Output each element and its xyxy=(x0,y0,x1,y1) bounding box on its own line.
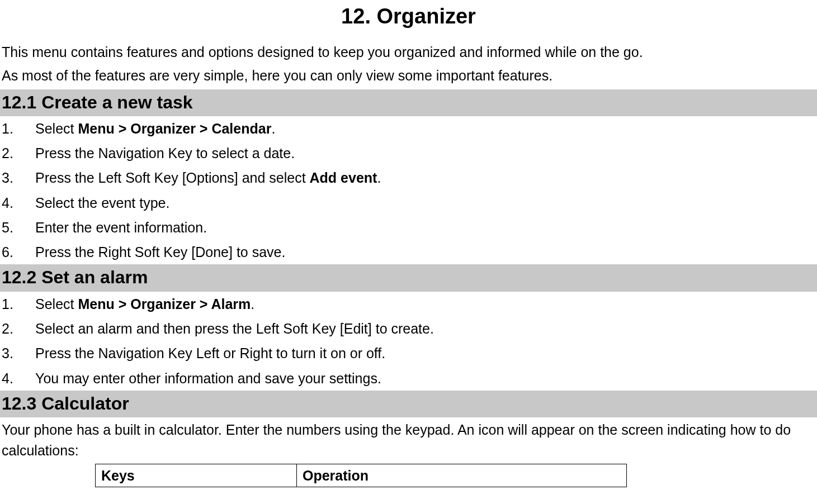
step-text: Press the Navigation Key Left or Right t… xyxy=(35,343,385,363)
list-item: Enter the event information. xyxy=(2,215,817,240)
step-text: Press the Navigation Key to select a dat… xyxy=(35,143,295,163)
list-item: Press the Right Soft Key [Done] to save. xyxy=(2,240,817,264)
step-text: You may enter other information and save… xyxy=(35,368,381,388)
table-header-operation: Operation xyxy=(297,464,627,487)
section-heading-calculator: 12.3 Calculator xyxy=(0,391,817,417)
table-header-row: Keys Operation xyxy=(96,464,627,487)
intro-paragraph-2: As most of the features are very simple,… xyxy=(0,65,817,89)
page-title: 12. Organizer xyxy=(0,0,817,42)
step-text: Select an alarm and then press the Left … xyxy=(35,318,434,339)
list-item: Press the Left Soft Key [Options] and se… xyxy=(2,165,817,190)
list-item: Select an alarm and then press the Left … xyxy=(2,316,817,341)
calculator-body: Your phone has a built in calculator. En… xyxy=(0,417,817,463)
step-text: Select Menu > Organizer > Alarm. xyxy=(35,294,254,314)
step-text: Select the event type. xyxy=(35,193,169,213)
section-heading-create-task: 12.1 Create a new task xyxy=(0,89,817,116)
table-header-keys: Keys xyxy=(96,464,297,487)
list-item: Select Menu > Organizer > Alarm. xyxy=(2,292,817,316)
list-item: Press the Navigation Key Left or Right t… xyxy=(2,341,817,365)
steps-create-task: Select Menu > Organizer > Calendar. Pres… xyxy=(0,116,817,265)
list-item: Press the Navigation Key to select a dat… xyxy=(2,141,817,165)
list-item: Select Menu > Organizer > Calendar. xyxy=(2,116,817,141)
steps-set-alarm: Select Menu > Organizer > Alarm. Select … xyxy=(0,292,817,391)
list-item: Select the event type. xyxy=(2,191,817,215)
list-item: You may enter other information and save… xyxy=(2,366,817,391)
step-text: Press the Right Soft Key [Done] to save. xyxy=(35,242,285,262)
step-text: Enter the event information. xyxy=(35,217,207,237)
intro-paragraph-1: This menu contains features and options … xyxy=(0,42,817,65)
section-heading-set-alarm: 12.2 Set an alarm xyxy=(0,264,817,291)
step-text: Press the Left Soft Key [Options] and se… xyxy=(35,168,381,188)
step-text: Select Menu > Organizer > Calendar. xyxy=(35,118,275,139)
calculator-table: Keys Operation xyxy=(95,464,627,487)
